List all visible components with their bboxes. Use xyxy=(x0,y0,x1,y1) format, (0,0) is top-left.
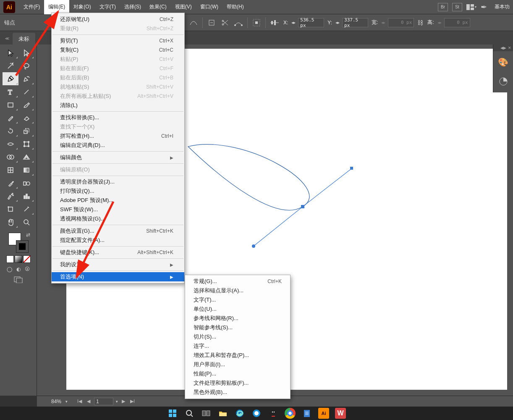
prefs-submenu-item[interactable]: 用户界面(I)... xyxy=(185,360,290,369)
edit-menu-item[interactable]: 我的设置▶ xyxy=(52,260,184,269)
edit-menu-item[interactable]: 清除(L) xyxy=(52,101,184,110)
edge-icon[interactable] xyxy=(234,408,245,419)
free-transform-tool[interactable] xyxy=(18,137,34,150)
screen-mode-icon[interactable] xyxy=(14,276,23,284)
artboard-tool[interactable] xyxy=(3,202,18,215)
zoom-level[interactable]: 84% xyxy=(39,399,63,404)
mesh-tool[interactable] xyxy=(3,163,18,176)
last-artboard-button[interactable]: ▶I xyxy=(129,399,136,404)
color-mode-gradient[interactable] xyxy=(15,255,22,263)
swatches-panel-icon[interactable] xyxy=(495,73,512,90)
convert-smooth-icon[interactable] xyxy=(188,17,199,28)
notes-icon[interactable] xyxy=(301,408,312,419)
slice-tool[interactable] xyxy=(18,202,34,215)
edit-menu-item[interactable]: 指定配置文件(A)... xyxy=(52,236,184,245)
prefs-submenu-item[interactable]: 文件处理和剪贴板(F)... xyxy=(185,378,290,388)
start-button[interactable] xyxy=(167,408,178,419)
line-segment-tool[interactable] xyxy=(18,85,34,98)
draw-behind-icon[interactable]: ◐ xyxy=(16,266,21,272)
edit-menu-item[interactable]: 查找和替换(E)... xyxy=(52,113,184,122)
color-mode-none[interactable] xyxy=(23,255,31,263)
tab-chevron-icon[interactable]: ≪ xyxy=(3,35,11,41)
prefs-submenu-item[interactable]: 增效工具和暂存盘(P)... xyxy=(185,351,290,360)
gpu-brush-icon[interactable]: ✒ xyxy=(481,3,487,12)
link-wh-icon[interactable]: ⛓ xyxy=(417,19,423,26)
menu-select[interactable]: 选择(S) xyxy=(120,0,145,14)
menu-window[interactable]: 窗口(W) xyxy=(196,0,222,14)
color-swatches[interactable]: ⇄ xyxy=(7,232,30,254)
lasso-tool[interactable] xyxy=(18,59,34,72)
curvature-tool[interactable] xyxy=(18,72,34,85)
prefs-submenu-item[interactable]: 智能参考线(S)... xyxy=(185,323,290,332)
arrange-documents-icon[interactable]: ▾ xyxy=(466,3,476,11)
symbol-sprayer-tool[interactable] xyxy=(3,189,18,202)
blend-tool[interactable] xyxy=(18,176,34,189)
menu-view[interactable]: 视图(V) xyxy=(171,0,196,14)
x-input[interactable]: 536.5 px xyxy=(298,18,324,27)
draw-inside-icon[interactable]: ⦿ xyxy=(25,266,30,272)
edit-menu-item[interactable]: 还原钢笔(U)Ctrl+Z xyxy=(52,15,184,24)
edit-menu-item[interactable]: 颜色设置(G)...Shift+Ctrl+K xyxy=(52,226,184,236)
menu-type[interactable]: 文字(T) xyxy=(95,0,120,14)
paintbrush-tool[interactable] xyxy=(18,98,34,111)
edit-menu-item[interactable]: 编辑颜色▶ xyxy=(52,153,184,162)
zoom-dropdown-icon[interactable]: ▾ xyxy=(65,399,68,404)
color-mode-solid[interactable] xyxy=(6,255,14,263)
menu-effect[interactable]: 效果(C) xyxy=(145,0,171,14)
edit-menu-item[interactable]: SWF 预设(W)... xyxy=(52,205,184,214)
edit-menu-item[interactable]: 拼写检查(H)...Ctrl+I xyxy=(52,131,184,141)
rotate-tool[interactable] xyxy=(3,124,18,137)
prefs-submenu-item[interactable]: 单位(U)... xyxy=(185,304,290,314)
menu-object[interactable]: 对象(O) xyxy=(69,0,95,14)
document-tab[interactable]: 未标 xyxy=(13,33,35,45)
swap-fill-stroke-icon[interactable]: ⇄ xyxy=(26,232,30,238)
edit-menu-item[interactable]: 编辑自定词典(D)... xyxy=(52,141,184,150)
prefs-submenu-item[interactable]: 连字... xyxy=(185,341,290,351)
scale-tool[interactable] xyxy=(18,124,34,137)
wps-icon[interactable]: W xyxy=(335,408,346,419)
dock-collapse-icon[interactable]: ◀▶ xyxy=(500,46,506,50)
selection-tool[interactable] xyxy=(3,46,18,59)
edit-menu-item[interactable]: 键盘快捷键(K)...Alt+Shift+Ctrl+K xyxy=(52,248,184,257)
edit-menu-item[interactable]: 打印预设(Q)... xyxy=(52,186,184,196)
prefs-submenu-item[interactable]: 参考线和网格(R)... xyxy=(185,314,290,323)
pencil-tool[interactable] xyxy=(3,111,18,124)
width-tool[interactable] xyxy=(3,137,18,150)
file-explorer-icon[interactable] xyxy=(217,408,228,419)
color-panel-icon[interactable]: 🎨 xyxy=(495,54,512,71)
workspace-switcher[interactable]: 基本功 xyxy=(491,3,513,10)
type-tool[interactable]: T xyxy=(3,85,18,98)
edit-menu-item[interactable]: 透明度拼合器预设(J)... xyxy=(52,177,184,186)
pen-tool[interactable] xyxy=(3,72,18,85)
remove-anchor-icon[interactable] xyxy=(206,17,217,28)
dock-close-icon[interactable]: ✕ xyxy=(508,46,511,50)
zoom-tool[interactable] xyxy=(18,215,34,228)
prefs-submenu-item[interactable]: 黑色外观(B)... xyxy=(185,388,290,397)
artboard-number-input[interactable]: 1 xyxy=(94,398,113,405)
magic-wand-tool[interactable] xyxy=(3,59,18,72)
chrome-icon[interactable] xyxy=(285,408,296,419)
prefs-submenu-item[interactable]: 选择和锚点显示(A)... xyxy=(185,286,290,295)
connect-endpoints-icon[interactable] xyxy=(233,17,244,28)
edit-menu-item[interactable]: Adobe PDF 预设(M)... xyxy=(52,196,184,205)
search-icon[interactable] xyxy=(184,408,195,419)
bridge-icon[interactable]: Br xyxy=(438,3,448,11)
prev-artboard-button[interactable]: ◀ xyxy=(86,399,92,404)
edit-menu-item[interactable]: 首选项(N)▶ xyxy=(52,272,184,281)
isolate-icon[interactable] xyxy=(251,17,262,28)
edit-menu-item[interactable]: 复制(C)Ctrl+C xyxy=(52,45,184,55)
illustrator-taskbar-icon[interactable]: Ai xyxy=(318,408,329,419)
task-view-icon[interactable] xyxy=(201,408,212,419)
menu-help[interactable]: 帮助(H) xyxy=(222,0,248,14)
eraser-tool[interactable] xyxy=(18,111,34,124)
prefs-submenu-item[interactable]: 切片(S)... xyxy=(185,332,290,341)
menu-file[interactable]: 文件(F) xyxy=(19,0,44,14)
perspective-grid-tool[interactable] xyxy=(18,150,34,163)
prefs-submenu-item[interactable]: 常规(G)...Ctrl+K xyxy=(185,277,290,286)
align-horizontal-icon[interactable] xyxy=(269,17,280,28)
edit-menu-item[interactable]: 剪切(T)Ctrl+X xyxy=(52,36,184,45)
shape-builder-tool[interactable] xyxy=(3,150,18,163)
cut-path-icon[interactable] xyxy=(220,17,230,28)
stock-icon[interactable]: St xyxy=(452,3,462,11)
app-icon-1[interactable] xyxy=(251,408,262,419)
